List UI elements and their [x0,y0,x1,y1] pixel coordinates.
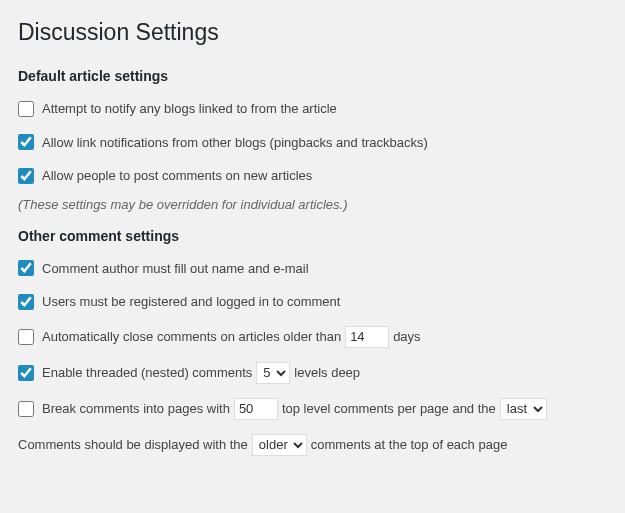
opt-order-label-a: Comments should be displayed with the [18,435,248,455]
opt-paginate-checkbox[interactable] [18,401,34,417]
threaded-levels-select[interactable]: 5 [256,362,290,384]
opt-paginate-label-b: top level comments per page and the [282,399,496,419]
opt-paginate-row[interactable]: Break comments into pages with top level… [18,391,607,427]
opt-paginate-label-a: Break comments into pages with [42,399,230,419]
paginate-per-page-input[interactable] [234,398,278,420]
opt-allow-comments-row[interactable]: Allow people to post comments on new art… [18,159,607,193]
opt-pingback-row[interactable]: Allow link notifications from other blog… [18,126,607,160]
opt-registered-label: Users must be registered and logged in t… [42,292,340,312]
opt-registered-checkbox[interactable] [18,294,34,310]
auto-close-days-input[interactable] [345,326,389,348]
opt-threaded-label-before: Enable threaded (nested) comments [42,363,252,383]
opt-auto-close-row[interactable]: Automatically close comments on articles… [18,319,607,355]
section-default-article-title: Default article settings [18,68,607,84]
opt-name-email-label: Comment author must fill out name and e-… [42,259,309,279]
opt-threaded-row[interactable]: Enable threaded (nested) comments 5 leve… [18,355,607,391]
opt-pingback-label: Allow link notifications from other blog… [42,133,428,153]
section-other-comment-title: Other comment settings [18,228,607,244]
default-article-note: (These settings may be overridden for in… [18,197,607,212]
paginate-default-page-select[interactable]: last [500,398,547,420]
opt-threaded-label-after: levels deep [294,363,360,383]
opt-order-row: Comments should be displayed with the ol… [18,427,607,463]
opt-order-label-b: comments at the top of each page [311,435,508,455]
opt-threaded-checkbox[interactable] [18,365,34,381]
opt-auto-close-label-after: days [393,327,420,347]
other-comment-options: Comment author must fill out name and e-… [18,252,607,463]
default-article-options: Attempt to notify any blogs linked to fr… [18,92,607,212]
opt-notify-checkbox[interactable] [18,101,34,117]
opt-allow-comments-checkbox[interactable] [18,168,34,184]
opt-notify-label: Attempt to notify any blogs linked to fr… [42,99,337,119]
opt-name-email-checkbox[interactable] [18,260,34,276]
opt-auto-close-label-before: Automatically close comments on articles… [42,327,341,347]
comment-order-select[interactable]: older [252,434,307,456]
opt-notify-row[interactable]: Attempt to notify any blogs linked to fr… [18,92,607,126]
opt-auto-close-checkbox[interactable] [18,329,34,345]
page-title: Discussion Settings [18,10,607,50]
opt-allow-comments-label: Allow people to post comments on new art… [42,166,312,186]
opt-registered-row[interactable]: Users must be registered and logged in t… [18,285,607,319]
opt-pingback-checkbox[interactable] [18,134,34,150]
opt-name-email-row[interactable]: Comment author must fill out name and e-… [18,252,607,286]
